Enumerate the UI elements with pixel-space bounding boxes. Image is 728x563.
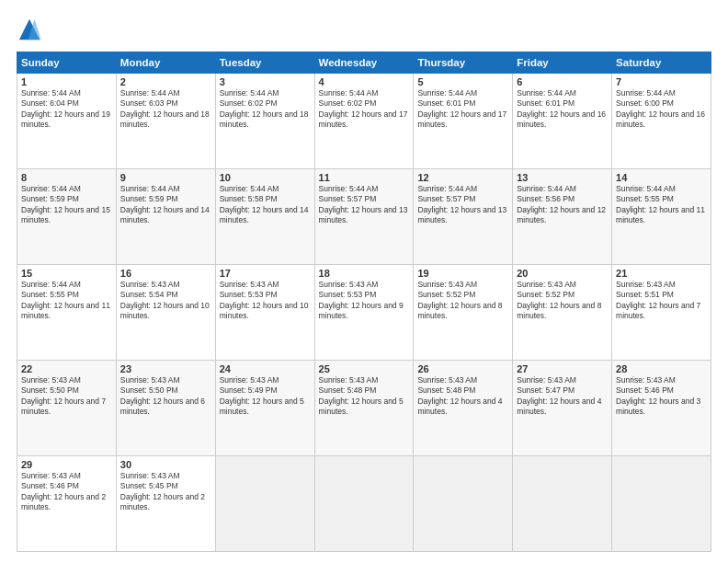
day-info: Sunrise: 5:43 AMSunset: 5:46 PMDaylight:…: [616, 375, 707, 418]
calendar-day-cell: 28Sunrise: 5:43 AMSunset: 5:46 PMDayligh…: [612, 361, 711, 456]
calendar-header-cell: Saturday: [612, 52, 711, 74]
calendar-day-cell: 12Sunrise: 5:44 AMSunset: 5:57 PMDayligh…: [414, 169, 513, 265]
day-number: 17: [220, 268, 311, 279]
calendar-day-cell: 20Sunrise: 5:43 AMSunset: 5:52 PMDayligh…: [513, 265, 612, 361]
calendar-header-row: SundayMondayTuesdayWednesdayThursdayFrid…: [17, 52, 711, 74]
calendar-day-cell: 19Sunrise: 5:43 AMSunset: 5:52 PMDayligh…: [414, 265, 513, 361]
calendar-day-cell: 5Sunrise: 5:44 AMSunset: 6:01 PMDaylight…: [414, 74, 513, 169]
calendar-day-cell: 26Sunrise: 5:43 AMSunset: 5:48 PMDayligh…: [414, 361, 513, 456]
day-info: Sunrise: 5:43 AMSunset: 5:48 PMDaylight:…: [319, 375, 410, 418]
day-number: 12: [417, 172, 508, 183]
calendar-day-cell: 17Sunrise: 5:43 AMSunset: 5:53 PMDayligh…: [215, 265, 314, 361]
calendar-week-row: 15Sunrise: 5:44 AMSunset: 5:55 PMDayligh…: [17, 265, 711, 361]
day-number: 26: [417, 363, 508, 374]
day-number: 5: [417, 76, 508, 87]
day-number: 15: [21, 268, 112, 279]
day-info: Sunrise: 5:43 AMSunset: 5:52 PMDaylight:…: [517, 280, 608, 322]
day-number: 18: [319, 268, 410, 279]
calendar-header-cell: Tuesday: [215, 52, 314, 74]
day-number: 24: [220, 363, 311, 374]
day-info: Sunrise: 5:44 AMSunset: 5:58 PMDaylight:…: [220, 184, 311, 226]
calendar-day-cell: 25Sunrise: 5:43 AMSunset: 5:48 PMDayligh…: [314, 361, 414, 456]
day-number: 14: [616, 172, 707, 183]
day-info: Sunrise: 5:44 AMSunset: 5:57 PMDaylight:…: [417, 184, 508, 226]
day-number: 30: [120, 459, 211, 470]
header: [17, 17, 711, 42]
day-info: Sunrise: 5:43 AMSunset: 5:52 PMDaylight:…: [417, 280, 508, 322]
day-number: 28: [616, 363, 707, 374]
calendar-day-cell: 13Sunrise: 5:44 AMSunset: 5:56 PMDayligh…: [513, 169, 612, 265]
day-number: 1: [21, 76, 112, 87]
calendar-week-row: 8Sunrise: 5:44 AMSunset: 5:59 PMDaylight…: [17, 169, 711, 265]
calendar-day-cell: 9Sunrise: 5:44 AMSunset: 5:59 PMDaylight…: [116, 169, 215, 265]
day-number: 4: [319, 76, 410, 87]
day-info: Sunrise: 5:43 AMSunset: 5:50 PMDaylight:…: [21, 375, 112, 418]
day-info: Sunrise: 5:44 AMSunset: 6:00 PMDaylight:…: [616, 88, 707, 131]
day-info: Sunrise: 5:43 AMSunset: 5:45 PMDaylight:…: [120, 471, 211, 513]
day-number: 6: [517, 76, 608, 87]
day-info: Sunrise: 5:44 AMSunset: 5:57 PMDaylight:…: [319, 184, 410, 226]
day-number: 20: [517, 268, 608, 279]
day-number: 7: [616, 76, 707, 87]
day-info: Sunrise: 5:44 AMSunset: 6:04 PMDaylight:…: [21, 88, 112, 131]
day-info: Sunrise: 5:44 AMSunset: 6:03 PMDaylight:…: [120, 88, 211, 131]
calendar-day-cell: 2Sunrise: 5:44 AMSunset: 6:03 PMDaylight…: [116, 74, 215, 169]
day-number: 9: [120, 172, 211, 183]
calendar-day-cell: 10Sunrise: 5:44 AMSunset: 5:58 PMDayligh…: [215, 169, 314, 265]
day-number: 8: [21, 172, 112, 183]
day-info: Sunrise: 5:43 AMSunset: 5:53 PMDaylight:…: [220, 280, 311, 322]
day-number: 23: [120, 363, 211, 374]
calendar-day-cell: 30Sunrise: 5:43 AMSunset: 5:45 PMDayligh…: [116, 456, 215, 552]
day-info: Sunrise: 5:43 AMSunset: 5:53 PMDaylight:…: [319, 280, 410, 322]
day-number: 22: [21, 363, 112, 374]
day-number: 13: [517, 172, 608, 183]
calendar-day-cell: 27Sunrise: 5:43 AMSunset: 5:47 PMDayligh…: [513, 361, 612, 456]
day-number: 25: [319, 363, 410, 374]
calendar-day-cell: 16Sunrise: 5:43 AMSunset: 5:54 PMDayligh…: [116, 265, 215, 361]
day-info: Sunrise: 5:43 AMSunset: 5:48 PMDaylight:…: [417, 375, 508, 418]
day-info: Sunrise: 5:44 AMSunset: 6:01 PMDaylight:…: [517, 88, 608, 131]
day-number: 10: [220, 172, 311, 183]
day-info: Sunrise: 5:44 AMSunset: 5:56 PMDaylight:…: [517, 184, 608, 226]
calendar-header-cell: Sunday: [17, 52, 117, 74]
day-info: Sunrise: 5:43 AMSunset: 5:46 PMDaylight:…: [21, 471, 112, 513]
calendar-day-cell: 7Sunrise: 5:44 AMSunset: 6:00 PMDaylight…: [612, 74, 711, 169]
calendar-day-cell: 1Sunrise: 5:44 AMSunset: 6:04 PMDaylight…: [17, 74, 117, 169]
logo: [17, 17, 47, 42]
calendar-day-cell: 4Sunrise: 5:44 AMSunset: 6:02 PMDaylight…: [314, 74, 414, 169]
calendar-header-cell: Monday: [116, 52, 215, 74]
day-info: Sunrise: 5:44 AMSunset: 5:55 PMDaylight:…: [616, 184, 707, 226]
day-info: Sunrise: 5:43 AMSunset: 5:51 PMDaylight:…: [616, 280, 707, 322]
day-info: Sunrise: 5:43 AMSunset: 5:54 PMDaylight:…: [120, 280, 211, 322]
calendar-day-cell: [314, 456, 414, 552]
day-info: Sunrise: 5:44 AMSunset: 6:01 PMDaylight:…: [417, 88, 508, 131]
calendar-day-cell: [414, 456, 513, 552]
day-number: 3: [220, 76, 311, 87]
logo-icon: [17, 17, 42, 42]
calendar-day-cell: 18Sunrise: 5:43 AMSunset: 5:53 PMDayligh…: [314, 265, 414, 361]
day-info: Sunrise: 5:43 AMSunset: 5:50 PMDaylight:…: [120, 375, 211, 418]
calendar-week-row: 22Sunrise: 5:43 AMSunset: 5:50 PMDayligh…: [17, 361, 711, 456]
calendar-day-cell: [513, 456, 612, 552]
calendar-header-cell: Wednesday: [314, 52, 414, 74]
calendar-week-row: 29Sunrise: 5:43 AMSunset: 5:46 PMDayligh…: [17, 456, 711, 552]
calendar-header-cell: Friday: [513, 52, 612, 74]
day-number: 19: [417, 268, 508, 279]
calendar-day-cell: 15Sunrise: 5:44 AMSunset: 5:55 PMDayligh…: [17, 265, 117, 361]
calendar-day-cell: 6Sunrise: 5:44 AMSunset: 6:01 PMDaylight…: [513, 74, 612, 169]
calendar-day-cell: [215, 456, 314, 552]
day-number: 11: [319, 172, 410, 183]
day-info: Sunrise: 5:43 AMSunset: 5:49 PMDaylight:…: [220, 375, 311, 418]
calendar-body: 1Sunrise: 5:44 AMSunset: 6:04 PMDaylight…: [17, 74, 711, 552]
calendar-day-cell: 22Sunrise: 5:43 AMSunset: 5:50 PMDayligh…: [17, 361, 117, 456]
calendar-day-cell: 14Sunrise: 5:44 AMSunset: 5:55 PMDayligh…: [612, 169, 711, 265]
day-info: Sunrise: 5:44 AMSunset: 5:55 PMDaylight:…: [21, 280, 112, 322]
calendar-table: SundayMondayTuesdayWednesdayThursdayFrid…: [17, 52, 711, 552]
calendar-day-cell: 11Sunrise: 5:44 AMSunset: 5:57 PMDayligh…: [314, 169, 414, 265]
day-number: 21: [616, 268, 707, 279]
day-info: Sunrise: 5:44 AMSunset: 6:02 PMDaylight:…: [319, 88, 410, 131]
calendar-day-cell: 24Sunrise: 5:43 AMSunset: 5:49 PMDayligh…: [215, 361, 314, 456]
day-number: 29: [21, 459, 112, 470]
day-number: 27: [517, 363, 608, 374]
day-info: Sunrise: 5:44 AMSunset: 5:59 PMDaylight:…: [21, 184, 112, 226]
